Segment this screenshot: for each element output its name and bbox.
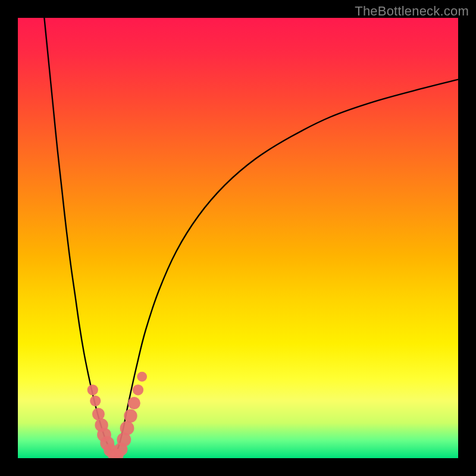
- watermark-text: TheBottleneck.com: [355, 4, 469, 19]
- marker-dot: [120, 421, 134, 436]
- curve-curve-right: [115, 80, 458, 456]
- marker-dot: [128, 397, 140, 409]
- marker-dot: [90, 396, 101, 406]
- plot-area: [18, 18, 458, 458]
- chart-svg: [18, 18, 458, 458]
- marker-dot: [133, 384, 143, 395]
- marker-dot: [137, 372, 147, 382]
- marker-dot: [87, 384, 98, 395]
- curve-curve-left: [44, 18, 114, 456]
- chart-frame: TheBottleneck.com: [0, 0, 476, 476]
- marker-dot: [92, 408, 105, 421]
- marker-dot: [124, 409, 137, 422]
